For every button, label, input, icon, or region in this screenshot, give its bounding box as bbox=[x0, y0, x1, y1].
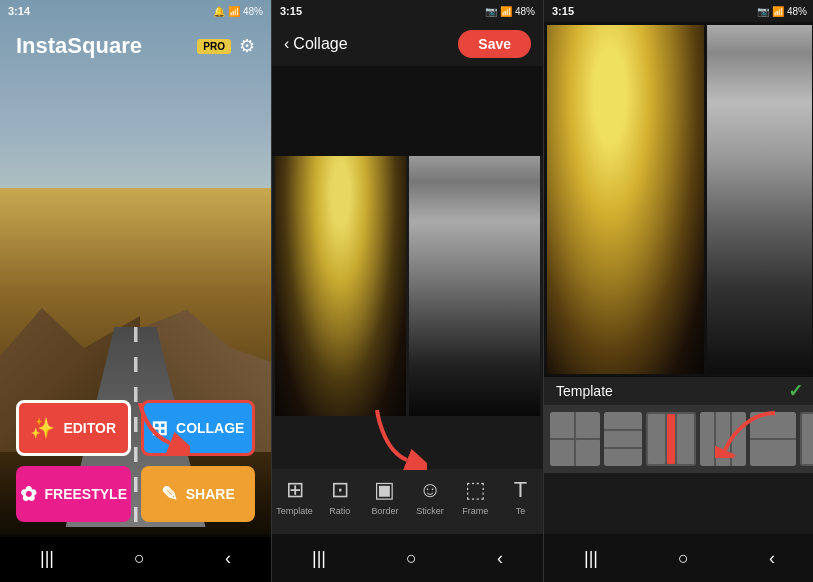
header-actions: PRO ⚙ bbox=[197, 35, 255, 57]
pro-badge[interactable]: PRO bbox=[197, 39, 231, 54]
screen-title: Collage bbox=[293, 35, 347, 53]
editor-icon: ✨ bbox=[30, 416, 55, 440]
template-cell bbox=[802, 414, 813, 464]
status-time: 3:14 bbox=[8, 5, 30, 17]
template-thumb-1[interactable] bbox=[550, 412, 600, 466]
collage-left-3[interactable] bbox=[547, 25, 704, 374]
back-arrow-icon: ‹ bbox=[284, 35, 289, 53]
template-cell bbox=[604, 431, 642, 448]
frame-label: Frame bbox=[462, 506, 488, 516]
nav-back[interactable]: ‹ bbox=[225, 548, 231, 569]
toolbar-border[interactable]: ▣ Border bbox=[362, 477, 407, 516]
nav-bar: ||| ○ ‹ bbox=[0, 534, 271, 582]
template-cell bbox=[604, 449, 642, 466]
ratio-icon: ⊡ bbox=[331, 477, 349, 503]
template-cell bbox=[677, 414, 694, 464]
screen3: 3:15 📷 📶 48% Template ✓ bbox=[544, 0, 813, 582]
nav-back-2[interactable]: ‹ bbox=[497, 548, 503, 569]
umbrella-photo-3 bbox=[547, 25, 704, 374]
toolbar-ratio[interactable]: ⊡ Ratio bbox=[317, 477, 362, 516]
editor-button[interactable]: ✨ EDITOR bbox=[16, 400, 131, 456]
status-icons: 🔔 📶 48% bbox=[213, 6, 263, 17]
freestyle-icon: ✿ bbox=[20, 482, 37, 506]
status-bar-3: 3:15 📷 📶 48% bbox=[544, 0, 813, 22]
sticker-label: Sticker bbox=[416, 506, 444, 516]
screen2: 3:15 📷 📶 48% ‹ Collage Save bbox=[272, 0, 543, 582]
collage-right-3[interactable] bbox=[707, 25, 812, 374]
status-icons-2: 📷 📶 48% bbox=[485, 6, 535, 17]
toolbar-frame[interactable]: ⬚ Frame bbox=[453, 477, 498, 516]
ratio-label: Ratio bbox=[329, 506, 350, 516]
toolbar-more[interactable]: T Te bbox=[498, 477, 543, 516]
editor-label: EDITOR bbox=[63, 420, 116, 436]
status-icons-3: 📷 📶 48% bbox=[757, 6, 807, 17]
back-button[interactable]: ‹ Collage bbox=[284, 35, 348, 53]
template-icon: ⊞ bbox=[286, 477, 304, 503]
template-section-bar: Template ✓ bbox=[544, 377, 813, 405]
template-cell bbox=[648, 414, 665, 464]
nav-home[interactable]: ○ bbox=[134, 548, 145, 569]
template-cell bbox=[700, 412, 714, 466]
topbar-2: ‹ Collage Save bbox=[272, 22, 543, 66]
checkmark-icon: ✓ bbox=[788, 380, 803, 402]
app-header: InstaSquare PRO ⚙ bbox=[0, 22, 271, 70]
status-bar-2: 3:15 📷 📶 48% bbox=[272, 0, 543, 22]
template-label: Template bbox=[276, 506, 313, 516]
more-icon: T bbox=[514, 477, 527, 503]
template-cell bbox=[576, 440, 600, 466]
app-title: InstaSquare bbox=[16, 33, 142, 59]
nav-back-3[interactable]: ‹ bbox=[769, 548, 775, 569]
status-bar: 3:14 🔔 📶 48% bbox=[0, 0, 271, 22]
settings-icon[interactable]: ⚙ bbox=[239, 35, 255, 57]
template-cell-highlight bbox=[667, 414, 675, 464]
frame-icon: ⬚ bbox=[465, 477, 486, 503]
template-section-label: Template bbox=[556, 383, 613, 399]
nav-recent-2[interactable]: ||| bbox=[312, 548, 326, 569]
template-cell bbox=[576, 412, 600, 438]
nav-bar-3: ||| ○ ‹ bbox=[544, 534, 813, 582]
freestyle-button[interactable]: ✿ FREESTYLE bbox=[16, 466, 131, 522]
save-button[interactable]: Save bbox=[458, 30, 531, 58]
screen1: 3:14 🔔 📶 48% InstaSquare PRO ⚙ ✨ EDIT bbox=[0, 0, 271, 582]
toolbar-template[interactable]: ⊞ Template bbox=[272, 477, 317, 516]
umbrella-person-photo bbox=[275, 156, 406, 416]
arrow-indicator bbox=[130, 393, 190, 457]
toolbar-sticker[interactable]: ☺ Sticker bbox=[408, 477, 453, 516]
template-thumb-2[interactable] bbox=[604, 412, 642, 466]
toolbar-arrow-indicator bbox=[357, 400, 427, 474]
status-time-3: 3:15 bbox=[552, 5, 574, 17]
nav-recent-3[interactable]: ||| bbox=[584, 548, 598, 569]
status-time-2: 3:15 bbox=[280, 5, 302, 17]
share-icon: ✎ bbox=[161, 482, 178, 506]
nav-home-2[interactable]: ○ bbox=[406, 548, 417, 569]
template-arrow-indicator bbox=[715, 408, 785, 462]
share-button[interactable]: ✎ SHARE bbox=[141, 466, 256, 522]
freestyle-label: FREESTYLE bbox=[45, 486, 127, 502]
template-cell bbox=[604, 412, 642, 429]
collage-right-photo[interactable] bbox=[409, 156, 540, 416]
template-cell bbox=[550, 412, 574, 438]
template-thumb-3-active[interactable] bbox=[646, 412, 696, 466]
sticker-icon: ☺ bbox=[419, 477, 441, 503]
nav-recent[interactable]: ||| bbox=[40, 548, 54, 569]
collage-left-photo[interactable] bbox=[275, 156, 406, 416]
nav-bar-2: ||| ○ ‹ bbox=[272, 534, 543, 582]
collage-area bbox=[272, 156, 543, 416]
border-label: Border bbox=[371, 506, 398, 516]
template-thumb-6[interactable] bbox=[800, 412, 813, 466]
nav-home-3[interactable]: ○ bbox=[678, 548, 689, 569]
bw-photo-3 bbox=[707, 25, 812, 374]
bw-woman-photo bbox=[409, 156, 540, 416]
share-label: SHARE bbox=[186, 486, 235, 502]
preview-top-area bbox=[272, 66, 543, 156]
border-icon: ▣ bbox=[374, 477, 395, 503]
collage-area-3 bbox=[544, 22, 813, 377]
template-cell bbox=[550, 440, 574, 466]
more-label: Te bbox=[516, 506, 526, 516]
toolbar: ⊞ Template ⊡ Ratio ▣ Border ☺ Sticker ⬚ … bbox=[272, 469, 543, 534]
